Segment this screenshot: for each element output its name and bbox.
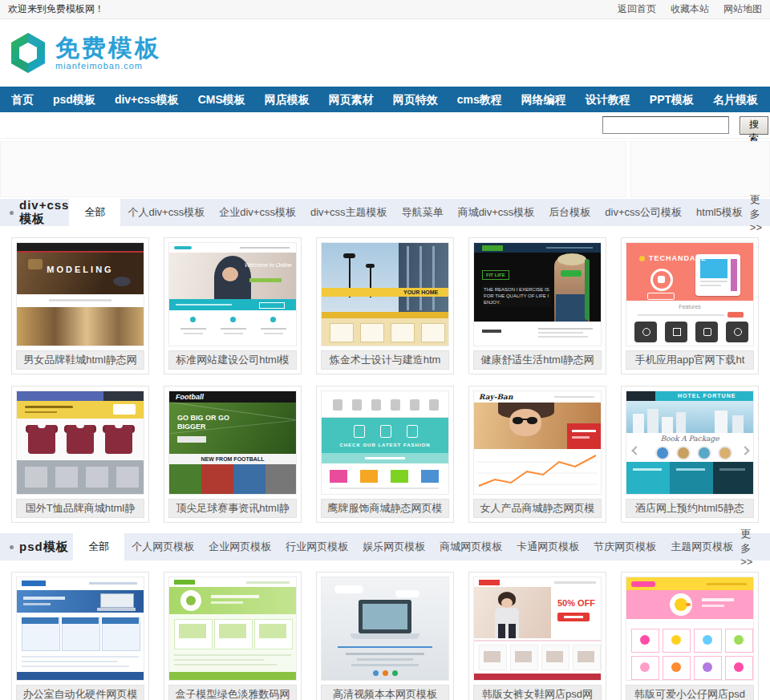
topbar-links: 返回首页 收藏本站 网站地图 — [618, 2, 762, 16]
template-thumbnail-shoes[interactable]: MODELING — [16, 242, 144, 346]
template-thumbnail-tshirt[interactable] — [16, 390, 144, 495]
tab-all-psd[interactable]: 全部 — [73, 533, 124, 560]
section-header-psd: psd模板 全部 个人网页模板 企业网页模板 行业网页模板 娱乐网页模板 商城网… — [0, 533, 770, 560]
tab-mall-psd[interactable]: 商城网页模板 — [432, 533, 509, 560]
nav-item-home[interactable]: 首页 — [2, 87, 43, 112]
search-button[interactable]: 搜索 — [740, 116, 768, 135]
thumb-text: MODELING — [17, 265, 144, 274]
tab-entertainment-psd[interactable]: 娱乐网页模板 — [355, 533, 432, 560]
template-caption[interactable]: 国外T恤品牌商城html静 — [16, 499, 144, 518]
template-caption[interactable]: 炼金术士设计与建造htm — [321, 350, 449, 370]
template-thumbnail-fashion[interactable]: CHECK OUR LATEST FASHION — [321, 390, 449, 495]
template-caption[interactable]: 韩版女裤女鞋网店psd网 — [473, 685, 602, 700]
tab-theme-psd[interactable]: 主题网页模板 — [663, 533, 740, 560]
tab-mall-divcss[interactable]: 商城div+css模板 — [451, 199, 542, 226]
nav-item-effects[interactable]: 网页特效 — [383, 87, 448, 112]
main-nav: 首页 psd模板 div+css模板 CMS模板 网店模板 网页素材 网页特效 … — [0, 87, 770, 112]
template-caption[interactable]: 健康舒适生活html静态网 — [473, 350, 602, 370]
template-grid-row: 国外T恤品牌商城html静 Football GO BIG OR GO BIGG… — [0, 386, 770, 523]
template-caption[interactable]: 顶尖足球赛事资讯html静 — [168, 499, 297, 518]
tab-html5[interactable]: html5模板 — [689, 199, 750, 226]
logo-hexagon-icon — [8, 31, 48, 75]
thumb-text: Features — [626, 304, 753, 310]
template-caption[interactable]: 办公室自动化硬件网页模 — [16, 685, 144, 700]
template-card: 韩版可爱小公仔网店psd — [621, 572, 759, 700]
thumb-text: GO BIG OR GO BIGGER — [177, 414, 235, 431]
thumb-text: YOUR HOME — [403, 289, 438, 295]
template-thumbnail-alchemist[interactable]: YOUR HOME — [321, 242, 449, 346]
thumb-text: HOTEL FORTUNE — [678, 393, 736, 399]
more-link[interactable]: 更多>> — [740, 527, 770, 568]
template-thumbnail-doll-shop[interactable] — [626, 577, 754, 681]
tab-company-divcss[interactable]: 企业div+css模板 — [212, 199, 303, 226]
template-caption[interactable]: 酒店网上预约html5静态 — [626, 499, 754, 518]
template-card: Welcome to Online 标准网站建设公司html模 — [164, 237, 302, 374]
template-caption[interactable]: 女人产品商城静态网页模 — [473, 499, 602, 518]
more-link[interactable]: 更多>> — [750, 192, 770, 233]
nav-item-business-card[interactable]: 名片模板 — [703, 87, 768, 112]
bullet-icon — [10, 211, 14, 215]
tab-all[interactable]: 全部 — [69, 199, 120, 226]
nav-item-material[interactable]: 网页素材 — [319, 87, 383, 112]
thumb-text: TECHANDALL — [649, 254, 707, 262]
template-thumbnail-green-digital[interactable] — [168, 577, 297, 681]
template-thumbnail-hotel[interactable]: HOTEL FORTUNE Book A Package — [626, 390, 754, 495]
tab-nav-menu[interactable]: 导航菜单 — [395, 199, 451, 226]
template-card: CHECK OUR LATEST FASHION 鹰牌服饰商城静态网页模 — [316, 386, 454, 523]
link-favorite[interactable]: 收藏本站 — [671, 2, 709, 16]
tab-company-psd[interactable]: 企业网页模板 — [201, 533, 278, 560]
logo-text: 免费模板 mianfeimoban.com — [55, 36, 161, 71]
template-card: 办公室自动化硬件网页模 — [11, 572, 149, 700]
welcome-text: 欢迎来到免费模板网！ — [8, 2, 104, 16]
tab-industry-psd[interactable]: 行业网页模板 — [278, 533, 355, 560]
link-home[interactable]: 返回首页 — [618, 2, 656, 16]
thumb-text: Book A Package — [626, 435, 753, 443]
template-caption[interactable]: 盒子模型绿色淡雅数码网 — [168, 685, 297, 700]
tab-theme-divcss[interactable]: div+css主题模板 — [303, 199, 395, 226]
tab-admin[interactable]: 后台模板 — [541, 199, 598, 226]
thumb-text: FIT LIFE — [482, 270, 509, 280]
site-logo[interactable]: 免费模板 mianfeimoban.com — [8, 31, 161, 75]
section-header-divcss: div+css模板 全部 个人div+css模板 企业div+css模板 div… — [0, 199, 770, 226]
section-title: psd模板 — [0, 540, 73, 555]
template-card: MODELING 男女品牌鞋城html静态网 — [11, 237, 149, 374]
bullet-icon — [10, 545, 14, 549]
template-thumbnail-football[interactable]: Football GO BIG OR GO BIGGER NEW FROM FO… — [168, 390, 297, 495]
tab-personal-psd[interactable]: 个人网页模板 — [124, 533, 201, 560]
tab-corp-divcss[interactable]: div+css公司模板 — [598, 199, 689, 226]
tab-festival-psd[interactable]: 节庆网页模板 — [586, 533, 663, 560]
tab-personal-divcss[interactable]: 个人div+css模板 — [120, 199, 212, 226]
template-thumbnail-fitlife[interactable]: FIT LIFE THE REASON I EXERCISE IS FOR TH… — [473, 242, 602, 346]
template-caption[interactable]: 手机应用app官网下载ht — [626, 350, 754, 370]
nav-item-cms[interactable]: CMS模板 — [188, 87, 255, 112]
nav-item-ppt[interactable]: PPT模板 — [640, 87, 703, 112]
search-bar: 搜索 — [0, 112, 770, 139]
template-card: Football GO BIG OR GO BIGGER NEW FROM FO… — [164, 386, 302, 523]
thumb-text: CHECK OUR LATEST FASHION — [322, 443, 448, 447]
nav-item-psd[interactable]: psd模板 — [43, 87, 105, 112]
template-card: 50% OFF 韩版女裤女鞋网店psd网 — [468, 572, 606, 700]
nav-item-design-tutorial[interactable]: 设计教程 — [576, 87, 640, 112]
nav-item-shop[interactable]: 网店模板 — [255, 87, 319, 112]
template-thumbnail-app[interactable]: TECHANDALL Features — [626, 242, 754, 346]
template-thumbnail-laptop[interactable] — [321, 577, 449, 681]
template-caption[interactable]: 鹰牌服饰商城静态网页模 — [321, 499, 449, 518]
search-input[interactable] — [602, 116, 729, 134]
tab-cartoon-psd[interactable]: 卡通网页模板 — [509, 533, 586, 560]
nav-item-programming[interactable]: 网络编程 — [512, 87, 576, 112]
banner-right — [630, 141, 770, 197]
banner-area — [0, 141, 770, 197]
nav-item-divcss[interactable]: div+css模板 — [105, 87, 188, 112]
template-caption[interactable]: 高清视频本本网页模板 — [321, 685, 449, 700]
template-caption[interactable]: 男女品牌鞋城html静态网 — [16, 350, 144, 370]
nav-item-cms-tutorial[interactable]: cms教程 — [448, 87, 512, 112]
template-caption[interactable]: 韩版可爱小公仔网店psd — [626, 685, 754, 700]
logo-domain: mianfeimoban.com — [55, 61, 161, 71]
template-caption[interactable]: 标准网站建设公司html模 — [168, 350, 297, 370]
template-thumbnail-office[interactable] — [16, 577, 144, 681]
template-thumbnail-korean-shoes[interactable]: 50% OFF — [473, 577, 602, 681]
thumb-text: Welcome to Online — [245, 262, 292, 268]
template-thumbnail-women[interactable]: Ray-Ban — [473, 390, 602, 495]
template-thumbnail-webstudio[interactable]: Welcome to Online — [168, 242, 297, 346]
link-sitemap[interactable]: 网站地图 — [723, 2, 762, 16]
